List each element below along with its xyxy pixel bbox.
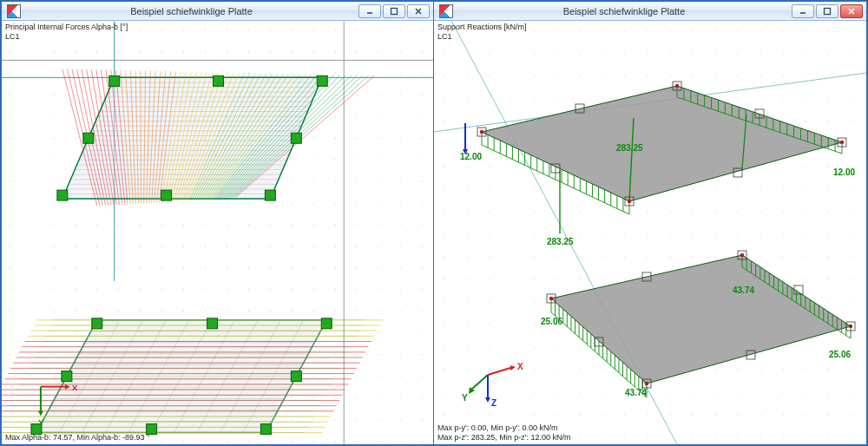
svg-point-762 (511, 233, 512, 234)
svg-point-211 (161, 246, 162, 246)
svg-point-303 (421, 332, 422, 333)
loadcase-label: LC1 (5, 32, 128, 42)
viewport-right[interactable]: 12.00283.25283.2512.0025.0643.7443.7425.… (434, 21, 866, 444)
maximize-button[interactable] (816, 4, 838, 18)
svg-point-264 (10, 311, 10, 312)
svg-point-835 (444, 324, 444, 325)
viewport-left[interactable]: XY Principal Internal Forces Alpha-b [°]… (2, 21, 433, 444)
close-button[interactable] (840, 4, 863, 18)
svg-point-878 (556, 369, 557, 370)
svg-point-1090 (645, 382, 648, 385)
svg-point-53 (205, 73, 206, 74)
svg-point-797 (444, 279, 444, 279)
svg-point-178 (313, 202, 314, 203)
svg-point-911 (444, 414, 444, 415)
svg-point-261 (378, 289, 379, 290)
svg-point-705 (511, 166, 512, 167)
svg-point-181 (378, 202, 379, 203)
svg-point-233 (205, 267, 206, 268)
svg-point-212 (183, 246, 184, 246)
svg-point-17 (292, 30, 293, 30)
svg-point-724 (511, 188, 512, 189)
svg-point-392 (183, 441, 184, 442)
svg-point-621 (760, 53, 760, 54)
svg-point-121 (378, 138, 379, 139)
svg-point-321 (378, 354, 379, 355)
svg-point-21 (378, 30, 379, 30)
svg-point-142 (399, 160, 400, 161)
svg-point-216 (270, 246, 271, 246)
svg-point-651 (579, 98, 580, 99)
svg-point-80 (357, 95, 358, 95)
svg-point-633 (602, 75, 602, 76)
svg-point-819 (511, 301, 512, 302)
svg-point-141 (378, 160, 379, 161)
svg-point-198 (313, 224, 314, 225)
svg-text:12.00: 12.00 (833, 167, 855, 177)
svg-text:43.74: 43.74 (733, 285, 754, 295)
svg-point-742 (489, 211, 490, 212)
info-top-left: Principal Internal Forces Alpha-b [°] LC… (5, 23, 128, 42)
svg-point-160 (357, 181, 358, 182)
svg-point-61 (378, 73, 379, 74)
svg-point-246 (53, 289, 54, 290)
svg-point-637 (692, 75, 693, 76)
svg-point-229 (118, 267, 119, 268)
svg-marker-952 (482, 86, 842, 201)
svg-point-120 (357, 138, 358, 139)
svg-point-265 (31, 311, 32, 312)
svg-point-595 (602, 30, 602, 31)
svg-point-764 (556, 233, 557, 234)
titlebar-left[interactable]: Beispiel schiefwinklige Platte (2, 2, 433, 21)
svg-point-199 (335, 224, 336, 225)
svg-point-814 (827, 279, 828, 279)
svg-point-254 (227, 289, 227, 290)
svg-point-607 (444, 53, 444, 54)
svg-point-623 (805, 53, 806, 54)
svg-point-624 (827, 53, 828, 54)
result-type-label: Principal Internal Forces Alpha-b [°] (5, 23, 128, 32)
svg-point-743 (511, 211, 512, 212)
svg-point-179 (335, 202, 336, 203)
svg-point-820 (534, 301, 535, 302)
svg-point-784 (579, 256, 580, 257)
svg-marker-1102 (485, 397, 490, 403)
svg-point-402 (399, 441, 400, 442)
svg-point-908 (805, 391, 806, 392)
titlebar-right[interactable]: Beispiel schiefwinklige Platte (434, 2, 866, 21)
svg-point-716 (760, 166, 760, 167)
minimize-button[interactable] (792, 4, 814, 18)
svg-point-68 (96, 95, 97, 95)
svg-point-243 (421, 267, 422, 268)
svg-point-785 (602, 256, 602, 257)
svg-point-703 (466, 166, 467, 167)
svg-point-49 (118, 73, 119, 74)
svg-rect-574 (207, 318, 218, 329)
svg-point-34 (227, 51, 227, 52)
svg-point-918 (602, 414, 602, 415)
svg-text:Y: Y (462, 393, 468, 403)
svg-point-898 (579, 391, 580, 392)
svg-point-277 (292, 311, 293, 312)
svg-point-47 (75, 73, 76, 74)
svg-point-51 (161, 73, 162, 74)
svg-point-922 (692, 414, 693, 415)
close-button[interactable] (407, 4, 430, 18)
svg-point-631 (556, 75, 557, 76)
svg-point-635 (647, 75, 648, 76)
svg-point-162 (399, 181, 400, 182)
svg-point-801 (534, 279, 535, 279)
svg-point-873 (444, 369, 444, 370)
svg-point-269 (118, 311, 119, 312)
svg-point-43 (421, 51, 422, 52)
svg-point-855 (466, 346, 467, 347)
svg-point-857 (511, 346, 512, 347)
svg-point-163 (421, 181, 422, 182)
minimize-button[interactable] (358, 4, 381, 18)
svg-point-191 (161, 224, 162, 225)
svg-point-702 (444, 166, 444, 167)
svg-point-919 (624, 414, 625, 415)
maximize-button[interactable] (383, 4, 405, 18)
svg-point-901 (647, 391, 648, 392)
svg-point-185 (31, 224, 32, 225)
